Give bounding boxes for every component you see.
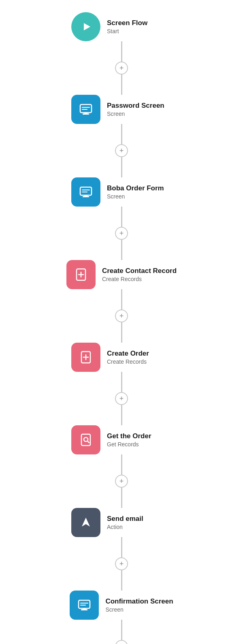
- svg-rect-17: [81, 434, 90, 446]
- send-email-label: Send email Action: [107, 515, 172, 530]
- connector-7: [121, 289, 122, 309]
- add-button-6[interactable]: +: [115, 475, 128, 488]
- screen-icon-boba: [71, 177, 100, 207]
- get-the-order-subtitle: Get Records: [107, 441, 172, 448]
- svg-rect-6: [80, 187, 92, 195]
- get-icon-order: [71, 425, 100, 454]
- password-screen-title: Password Screen: [107, 102, 172, 110]
- connector-11: [121, 454, 122, 475]
- svg-rect-4: [82, 107, 90, 108]
- flow-container: Screen Flow Start + Password Screen Scre…: [0, 0, 243, 644]
- connector-3: [121, 124, 122, 144]
- boba-order-form-label: Boba Order Form Screen: [107, 184, 172, 200]
- connector-13: [121, 537, 122, 557]
- svg-rect-8: [84, 195, 87, 197]
- node-password-screen[interactable]: Password Screen Screen: [71, 95, 172, 124]
- send-email-subtitle: Action: [107, 524, 172, 530]
- connector-5: [121, 207, 122, 227]
- create-contact-record-title: Create Contact Record: [102, 267, 177, 275]
- add-button-4[interactable]: +: [115, 309, 128, 322]
- password-screen-subtitle: Screen: [107, 111, 172, 117]
- send-email-title: Send email: [107, 515, 172, 523]
- connector-8: [121, 322, 122, 343]
- boba-order-form-subtitle: Screen: [107, 193, 172, 200]
- create-order-title: Create Order: [107, 350, 172, 358]
- start-title: Screen Flow: [107, 19, 172, 27]
- create-contact-record-subtitle: Create Records: [102, 276, 177, 282]
- confirmation-screen-title: Confirmation Screen: [105, 597, 173, 606]
- start-subtitle: Start: [107, 28, 172, 34]
- screen-icon-password: [71, 95, 100, 124]
- svg-rect-3: [84, 113, 87, 114]
- node-get-the-order[interactable]: Get the Order Get Records: [71, 425, 172, 454]
- connector-2: [121, 75, 122, 95]
- screen-icon-confirmation: [70, 591, 99, 620]
- boba-order-form-title: Boba Order Form: [107, 184, 172, 192]
- connector-12: [121, 488, 122, 508]
- action-icon-email: [71, 508, 100, 537]
- create-order-label: Create Order Create Records: [107, 350, 172, 365]
- node-send-email[interactable]: Send email Action: [71, 508, 172, 537]
- svg-rect-24: [80, 603, 88, 603]
- svg-line-19: [87, 441, 89, 443]
- add-button-8[interactable]: +: [115, 640, 128, 644]
- start-label: Screen Flow Start: [107, 19, 172, 34]
- connector-9: [121, 372, 122, 392]
- create-order-subtitle: Create Records: [107, 358, 172, 365]
- add-button-2[interactable]: +: [115, 144, 128, 157]
- svg-marker-0: [84, 23, 90, 30]
- connector-10: [121, 405, 122, 425]
- node-start[interactable]: Screen Flow Start: [71, 12, 172, 41]
- svg-rect-23: [83, 608, 86, 610]
- start-icon: [71, 12, 100, 41]
- node-confirmation-screen[interactable]: Confirmation Screen Screen: [70, 591, 173, 620]
- create-contact-record-label: Create Contact Record Create Records: [102, 267, 177, 282]
- node-boba-order-form[interactable]: Boba Order Form Screen: [71, 177, 172, 207]
- connector-15: [121, 620, 122, 640]
- create-icon-order: [71, 343, 100, 372]
- connector-1: [121, 41, 122, 62]
- create-icon-contact: [66, 260, 96, 289]
- node-create-order[interactable]: Create Order Create Records: [71, 343, 172, 372]
- add-button-7[interactable]: +: [115, 557, 128, 570]
- connector-4: [121, 157, 122, 177]
- svg-marker-20: [82, 518, 90, 527]
- connector-14: [121, 570, 122, 591]
- get-the-order-label: Get the Order Get Records: [107, 432, 172, 448]
- svg-rect-10: [82, 192, 87, 192]
- svg-rect-9: [82, 190, 90, 190]
- svg-rect-1: [80, 104, 92, 113]
- connector-6: [121, 240, 122, 260]
- get-the-order-title: Get the Order: [107, 432, 172, 440]
- svg-rect-21: [79, 600, 90, 608]
- password-screen-label: Password Screen Screen: [107, 102, 172, 117]
- add-button-5[interactable]: +: [115, 392, 128, 405]
- add-button-1[interactable]: +: [115, 62, 128, 75]
- confirmation-screen-subtitle: Screen: [105, 606, 173, 613]
- svg-rect-25: [80, 605, 86, 606]
- confirmation-screen-label: Confirmation Screen Screen: [105, 597, 173, 613]
- node-create-contact-record[interactable]: Create Contact Record Create Records: [66, 260, 177, 289]
- add-button-3[interactable]: +: [115, 227, 128, 240]
- svg-rect-5: [82, 109, 87, 110]
